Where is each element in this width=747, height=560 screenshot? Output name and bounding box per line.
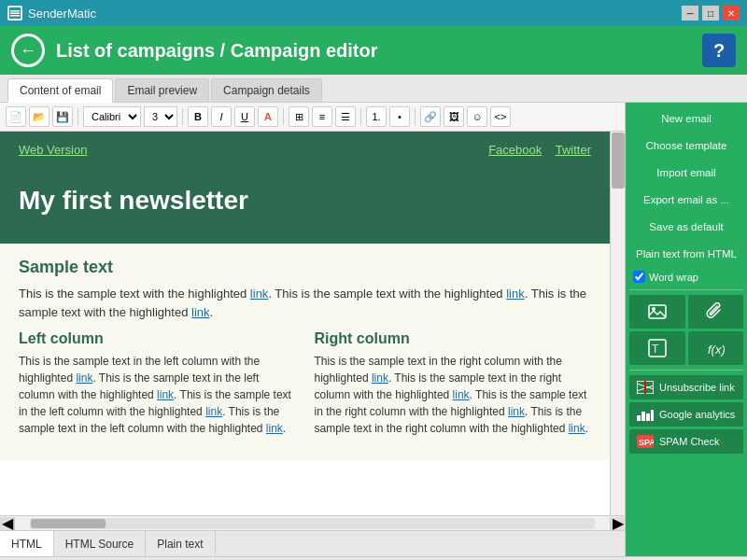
app-title: SenderMatic (28, 7, 96, 21)
spam-check-button[interactable]: SPAM SPAM Check (629, 429, 743, 454)
bottom-tab-html[interactable]: HTML (0, 531, 54, 556)
underline-button[interactable]: U (234, 106, 255, 127)
svg-rect-1 (10, 10, 20, 12)
sample-link-3[interactable]: link (191, 305, 210, 319)
unsubscribe-link-button[interactable]: Unsubscribe link (629, 375, 743, 399)
font-color-button[interactable]: A (258, 106, 278, 127)
tab-content-of-email[interactable]: Content of email (7, 78, 113, 103)
right-sidebar: New email Choose template Import email E… (626, 103, 747, 556)
back-button[interactable]: ← (11, 34, 45, 67)
word-wrap-row: Word wrap (629, 269, 743, 285)
scroll-right-btn[interactable]: ▶ (610, 517, 625, 530)
svg-rect-13 (637, 415, 641, 421)
save-default-button[interactable]: Save as default (629, 215, 743, 239)
svg-rect-2 (10, 13, 20, 15)
page-breadcrumb: List of campaigns / Campaign editor (56, 40, 691, 62)
word-wrap-label: Word wrap (649, 272, 698, 283)
choose-template-button[interactable]: Choose template (629, 133, 743, 158)
left-link-3[interactable]: link (205, 405, 222, 418)
social-links: Facebook Twitter (488, 141, 591, 158)
align-button[interactable]: ☰ (335, 106, 356, 127)
left-column: Left column This is the sample text in t… (19, 330, 296, 446)
vertical-scrollbar[interactable] (610, 132, 625, 515)
left-col-heading: Left column (19, 330, 296, 347)
web-version-link[interactable]: Web Version (19, 143, 87, 157)
import-email-button[interactable]: Import email (629, 161, 743, 185)
svg-text:SPAM: SPAM (639, 438, 654, 447)
h-scroll-thumb[interactable] (31, 519, 106, 528)
center-align-button[interactable]: ≡ (312, 106, 332, 127)
facebook-link[interactable]: Facebook (488, 143, 542, 157)
header-bar: ← List of campaigns / Campaign editor ? (0, 26, 747, 75)
toolbar-save[interactable]: 💾 (52, 106, 73, 127)
svg-rect-16 (651, 410, 654, 421)
font-size-select[interactable]: 3 (144, 106, 177, 127)
svg-text:f(x): f(x) (708, 343, 725, 357)
left-link-4[interactable]: link (266, 422, 283, 435)
image-tool-button[interactable] (629, 295, 685, 329)
close-button[interactable]: ✕ (723, 6, 740, 21)
function-button[interactable]: f(x) (688, 331, 744, 365)
sample-link-2[interactable]: link (506, 287, 525, 301)
app-icon (7, 6, 22, 21)
twitter-link[interactable]: Twitter (556, 143, 591, 157)
content-area[interactable]: Web Version Facebook Twitter My first ne… (0, 132, 610, 460)
sample-link-1[interactable]: link (250, 287, 269, 301)
right-link-4[interactable]: link (569, 422, 585, 435)
toolbar-sep5 (415, 108, 416, 125)
email-body: Sample text This is the sample text with… (0, 244, 610, 460)
unsubscribe-label: Unsubscribe link (659, 382, 735, 393)
emoticon-button[interactable]: ☺ (467, 106, 487, 127)
right-col-body: This is the sample text in the right col… (315, 353, 592, 437)
tab-email-preview[interactable]: Email preview (115, 78, 209, 102)
bottom-tab-plain-text[interactable]: Plain text (146, 531, 215, 556)
left-link-1[interactable]: link (76, 371, 92, 385)
scroll-thumb[interactable] (612, 133, 625, 189)
toolbar-sep1 (78, 108, 78, 125)
text-tool-button[interactable]: T (629, 331, 685, 365)
italic-button[interactable]: I (211, 106, 232, 127)
horizontal-scrollbar[interactable]: ◀ ▶ (0, 515, 625, 530)
tab-campaign-details[interactable]: Campaign details (211, 78, 322, 102)
svg-rect-15 (646, 413, 650, 421)
maximize-button[interactable]: □ (702, 6, 719, 21)
attachment-button[interactable] (688, 295, 744, 329)
right-link-1[interactable]: link (372, 371, 388, 385)
bottom-tab-html-source[interactable]: HTML Source (54, 531, 147, 556)
right-link-2[interactable]: link (453, 388, 470, 401)
titlebar-left: SenderMatic (7, 6, 96, 21)
svg-rect-14 (641, 412, 645, 421)
scroll-left-btn[interactable]: ◀ (0, 517, 15, 530)
toolbar-open[interactable]: 📂 (29, 106, 49, 127)
export-email-button[interactable]: Export email as ... (629, 188, 743, 212)
main-layout: 📄 📂 💾 Calibri 3 B I U A ⊞ ≡ ☰ 1. • 🔗 🖼 (0, 103, 747, 556)
left-link-2[interactable]: link (157, 388, 174, 401)
right-col-heading: Right column (315, 330, 592, 347)
unordered-list-button[interactable]: • (389, 106, 410, 127)
help-button[interactable]: ? (702, 34, 736, 67)
window-controls: ─ □ ✕ (682, 6, 740, 21)
email-preview: Web Version Facebook Twitter My first ne… (0, 132, 610, 460)
email-hero-title: My first newsletter (19, 186, 591, 216)
bold-button[interactable]: B (188, 106, 208, 127)
new-email-button[interactable]: New email (629, 106, 743, 131)
table-button[interactable]: ⊞ (289, 106, 309, 127)
word-wrap-checkbox[interactable] (633, 271, 645, 283)
source-button[interactable]: <> (490, 106, 511, 127)
tab-bar: Content of email Email preview Campaign … (0, 75, 747, 103)
toolbar-new-doc[interactable]: 📄 (6, 106, 26, 127)
sidebar-divider-2 (629, 370, 743, 371)
sample-text-heading: Sample text (19, 258, 591, 277)
h-scroll-track (30, 518, 595, 529)
bottom-tab-bar: HTML HTML Source Plain text (0, 530, 625, 556)
minimize-button[interactable]: ─ (682, 6, 698, 21)
editor-area: 📄 📂 💾 Calibri 3 B I U A ⊞ ≡ ☰ 1. • 🔗 🖼 (0, 103, 626, 556)
link-button[interactable]: 🔗 (420, 106, 441, 127)
font-family-select[interactable]: Calibri (83, 106, 141, 127)
editor-bottom: ◀ ▶ HTML HTML Source Plain text (0, 515, 625, 556)
image-button[interactable]: 🖼 (444, 106, 464, 127)
ordered-list-button[interactable]: 1. (366, 106, 387, 127)
plain-text-button[interactable]: Plain text from HTML (629, 242, 743, 266)
google-analytics-button[interactable]: Google analytics (629, 402, 743, 427)
right-link-3[interactable]: link (508, 405, 525, 418)
